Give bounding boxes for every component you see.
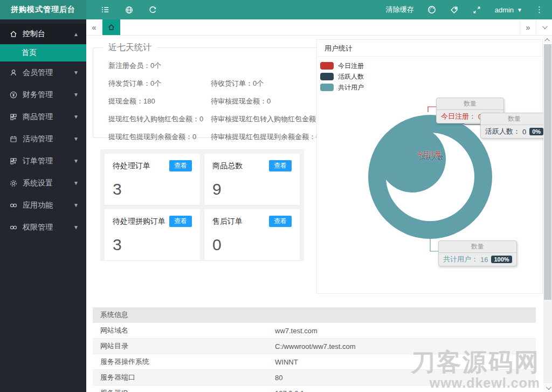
card-total-goods: 商品总数 查看 9 — [204, 154, 300, 205]
legend-item-today-registered[interactable]: 今日注册 — [320, 60, 364, 71]
chevron-down-icon: ▼ — [73, 114, 79, 120]
view-button[interactable]: 查看 — [169, 160, 192, 171]
stat-pending-withdraw-amount: 待审核提现金额：0 — [211, 97, 327, 106]
sidebar-item-app-functions[interactable]: 应用功能 ▼ — [0, 194, 86, 216]
fullscreen-icon[interactable] — [472, 5, 482, 15]
stat-redpacket-to-balance: 提现红包提现到余额金额：0 — [108, 132, 211, 142]
sidebar-item-orders[interactable]: 订单管理 ▼ — [0, 150, 86, 172]
sidebar-item-finance[interactable]: 财务管理 ▼ — [0, 84, 86, 106]
card-title: 待处理拼购订单 — [113, 217, 165, 226]
user-icon — [9, 68, 18, 77]
row-label: 网站域名 — [93, 326, 275, 335]
scroll-up-button[interactable] — [543, 36, 552, 44]
sidebar-item-label: 会员管理 — [23, 68, 53, 78]
chevron-down-icon: ▼ — [73, 180, 79, 186]
row-label: 服务器操作系统 — [93, 357, 275, 367]
last7days-stats-panel: 近七天统计 新注册会员：0个 待发货订单：0个 待收货订单：0个 提现金额：18… — [93, 42, 327, 138]
table-row: 服务器端口 80 — [93, 370, 536, 386]
tabs-scroll-right-button[interactable]: » — [520, 19, 536, 35]
sidebar-item-goods[interactable]: 商品管理 ▼ — [0, 106, 86, 128]
card-value: 3 — [113, 236, 192, 254]
chevron-down-icon: ▼ — [73, 70, 79, 75]
clear-cache-button[interactable]: 清除缓存 — [386, 5, 414, 15]
user-stats-panel: 用户统计 今日注册 活跃人数 共计用户 今日 — [316, 39, 543, 294]
tab-home[interactable] — [102, 19, 120, 35]
stat-new-members: 新注册会员：0个 — [108, 61, 211, 71]
sidebar-item-members[interactable]: 会员管理 ▼ — [0, 61, 86, 84]
grid-plus-icon — [9, 157, 18, 166]
tabs-scroll-left-button[interactable]: « — [86, 19, 102, 35]
tooltip-header: 数量 — [439, 241, 516, 253]
table-row: 服务器操作系统 WINNT — [93, 354, 536, 370]
card-title: 待处理订单 — [113, 161, 150, 171]
stat-pending-redpacket-to-shopping: 待审核提现红包转入购物红包金额：0 — [211, 114, 327, 124]
chevron-down-icon: ▼ — [73, 224, 79, 230]
table-row: 网站域名 ww7.test.com — [93, 323, 536, 339]
user-menu[interactable]: admin ▼ — [495, 6, 522, 14]
sidebar-item-label: 应用功能 — [23, 201, 53, 210]
row-label: 网站目录 — [93, 341, 275, 351]
username: admin — [495, 6, 514, 14]
sidebar-item-console[interactable]: 控制台 ▲ — [0, 24, 86, 44]
sidebar-item-label: 控制台 — [23, 29, 45, 39]
sidebar-item-label: 订单管理 — [23, 156, 53, 166]
sidebar-item-settings[interactable]: 系统设置 ▼ — [0, 172, 86, 194]
stat-redpacket-to-shopping: 提现红包转入购物红包金额：0 — [108, 114, 211, 124]
card-title: 商品总数 — [212, 161, 243, 171]
row-label: 服务器端口 — [93, 373, 275, 382]
scroll-down-button[interactable] — [543, 383, 552, 392]
chevron-down-icon: ▼ — [517, 7, 522, 13]
app-window: 拼购模式管理后台 清除缓存 admin — [0, 0, 552, 392]
stats-grid: 新注册会员：0个 待发货订单：0个 待收货订单：0个 提现金额：180 待审核提… — [93, 53, 327, 142]
stat-to-ship-orders: 待发货订单：0个 — [108, 79, 211, 88]
top-bar: 拼购模式管理后台 清除缓存 admin — [0, 0, 552, 19]
sidebar-item-label: 权限管理 — [23, 223, 53, 232]
row-value: C:/wwwroot/ww7.test.com — [275, 342, 536, 350]
home-icon — [107, 23, 115, 31]
infinity-icon — [9, 201, 18, 210]
tabs-menu-button[interactable] — [536, 19, 552, 35]
sidebar-item-label: 商品管理 — [23, 112, 53, 122]
vertical-scrollbar[interactable] — [543, 36, 552, 392]
theme-palette-icon[interactable] — [427, 5, 437, 15]
legend-item-total-users[interactable]: 共计用户 — [320, 82, 364, 93]
yen-circle-icon — [9, 91, 18, 99]
summary-cards: 待处理订单 查看 3 商品总数 查看 9 待处理拼购订单 查看 3 — [100, 149, 304, 261]
chevron-down-icon: ▼ — [73, 136, 79, 142]
card-pending-group-orders: 待处理拼购订单 查看 3 — [105, 209, 200, 260]
tab-bar: « » — [86, 19, 552, 36]
globe-icon[interactable] — [124, 5, 134, 15]
sidebar-item-label: 首页 — [22, 48, 37, 58]
sidebar-item-permissions[interactable]: 权限管理 ▼ — [0, 216, 86, 238]
view-button[interactable]: 查看 — [169, 216, 192, 227]
donut-label-total-users: 共计用户 — [417, 191, 443, 201]
tooltip-label: 今日注册： — [441, 112, 476, 121]
scrollbar-thumb[interactable] — [544, 44, 551, 300]
table-row: 服务器IP 127.0.0.1 — [93, 386, 536, 392]
sidebar-item-activity[interactable]: 活动管理 ▼ — [0, 128, 86, 150]
legend-color-chip — [320, 73, 334, 80]
legend-color-chip — [320, 84, 334, 91]
sidebar-item-label: 系统设置 — [23, 178, 53, 188]
legend-item-active-users[interactable]: 活跃人数 — [320, 71, 364, 82]
sidebar-item-home-active[interactable]: 首页 — [0, 44, 86, 61]
stat-pending-redpacket-to-balance: 待审核提现红包提现到余额金额：0 — [211, 132, 327, 142]
card-value: 3 — [113, 180, 192, 198]
tag-icon[interactable] — [450, 5, 459, 15]
refresh-icon[interactable] — [148, 5, 157, 15]
donut-label-today-registered: 今日注册 — [417, 150, 441, 158]
view-button[interactable]: 查看 — [269, 160, 292, 171]
menu-list-icon[interactable] — [100, 5, 110, 15]
gear-icon — [9, 179, 18, 188]
tooltip-header: 数量 — [481, 113, 548, 125]
more-options-icon[interactable]: ⋮ — [535, 5, 543, 15]
tabbar-right-controls: » — [520, 19, 552, 35]
grid-plus-icon — [9, 113, 18, 121]
tooltip-header: 数量 — [437, 98, 503, 110]
card-value: 0 — [212, 236, 292, 254]
view-button[interactable]: 查看 — [269, 216, 292, 227]
topbar-right: 清除缓存 admin ▼ ⋮ — [386, 5, 552, 15]
donut-chart[interactable] — [368, 115, 492, 239]
stat-empty — [211, 61, 327, 71]
card-title: 售后订单 — [212, 217, 243, 226]
